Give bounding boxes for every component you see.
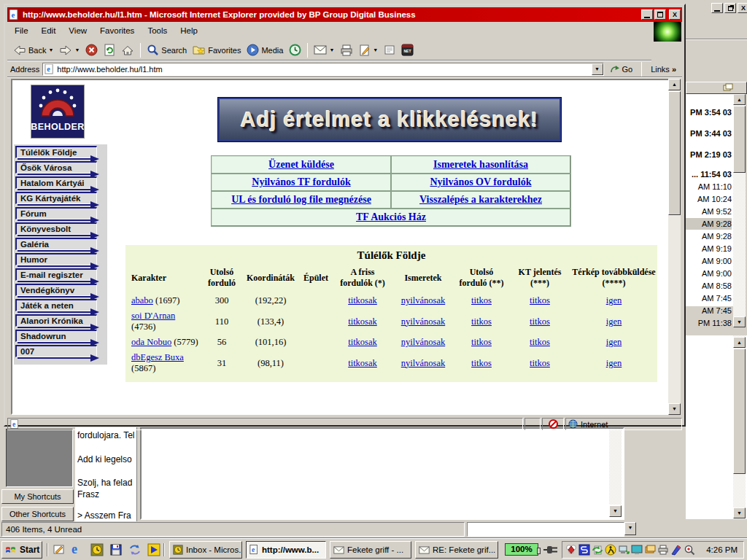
tray-pen-icon[interactable] [670,544,682,556]
character-link[interactable]: soi D'Arnan [131,311,175,321]
kt-report-link[interactable]: titkos [530,295,550,306]
last-round-link[interactable]: titkos [471,316,492,327]
quicklaunch-outlook-icon[interactable] [90,543,104,556]
mail-row[interactable]: 9:19 AM [686,243,732,254]
mail-row[interactable]: 03 3:54 PM [686,106,732,118]
mail-row[interactable]: 9:00 AM [686,255,732,267]
mail-row[interactable]: 03 2:19 PM [686,149,732,160]
address-dropdown-button[interactable]: ▼ [592,63,603,75]
last-round-link[interactable]: titkos [471,295,492,306]
tray-printer-icon[interactable] [657,544,669,556]
character-link[interactable]: ababo [131,295,153,306]
scrollbar-thumb[interactable] [668,91,681,215]
menu-help[interactable]: Help [180,26,198,35]
chevron-down-icon[interactable]: ▼ [74,47,80,52]
last-round-link[interactable]: titkos [471,337,492,347]
tray-display-icon[interactable] [631,544,643,556]
task-mail-1[interactable]: Fekete griff - ... [330,541,411,559]
scrollbar-thumb[interactable] [733,349,746,474]
kt-report-link[interactable]: titkos [530,358,550,368]
tray-folders-icon[interactable] [644,544,656,556]
home-button[interactable] [118,42,137,59]
media-button[interactable]: Media [244,42,286,59]
outlook-minimize-button[interactable] [711,3,723,13]
mail-list-header[interactable] [686,82,747,94]
mail-row[interactable]: 7:45 AM [686,305,732,316]
nav-item-007[interactable]: 007 [15,345,106,360]
fresh-rounds-link[interactable]: titkosak [348,337,377,347]
mail-row[interactable]: 03 11:54 ... [686,168,732,180]
back-button[interactable]: Back▼ [10,42,56,59]
quicklaunch-ie-icon[interactable]: e [71,542,77,557]
task-inbox[interactable]: Inbox - Micros... [169,541,242,559]
character-link[interactable]: oda Nobuo [131,337,171,347]
mail-row[interactable]: 9:52 AM [686,206,732,217]
scroll-down-icon[interactable]: ▼ [609,505,622,517]
nav-item-email-regiszter[interactable]: E-mail regiszter [15,268,106,284]
nav-item-forum[interactable]: Fórum [15,207,106,222]
mail-row-selected[interactable]: 9:28 AM [686,218,732,230]
menu-tools[interactable]: Tools [147,26,167,35]
taskbar-clock[interactable]: 4:26 PM [706,545,740,554]
tray-blue-square-icon[interactable] [578,544,590,556]
discuss-button[interactable] [381,42,398,59]
banner[interactable]: Adj értelmet a klikkelésnek! [218,98,561,141]
battery-meter[interactable]: 100% [505,543,538,556]
chevron-down-icon[interactable]: ▼ [373,47,378,52]
map-forward-link[interactable]: igen [606,316,622,327]
links-button[interactable]: Links » [648,62,679,77]
uzenet-kuldese-link[interactable]: Üzenet küldése [268,159,334,170]
ul-log-file-link[interactable]: UL és forduló log file megnézése [231,194,371,205]
scroll-down-icon[interactable]: ▼ [733,508,746,518]
start-button[interactable]: Start [1,541,42,559]
go-button[interactable]: Go [607,62,636,77]
mail-list[interactable]: 03 3:54 PM 03 3:44 PM 03 2:19 PM 03 11:5… [686,94,733,306]
tray-red-gem-icon[interactable] [565,544,577,556]
scroll-down-icon[interactable]: ▼ [624,522,636,535]
nav-item-shadowrun[interactable]: Shadowrun [15,330,106,345]
ie-minimize-button[interactable] [641,9,653,20]
mail-row[interactable]: 8:58 AM [686,280,732,292]
chevron-down-icon[interactable]: ▼ [48,47,53,52]
scroll-up-icon[interactable]: ▲ [733,337,746,348]
menu-favorites[interactable]: Favorites [100,26,134,35]
kt-report-link[interactable]: titkos [530,316,550,327]
edit-button[interactable]: ▼ [356,42,381,59]
my-shortcuts-button[interactable]: My Shortcuts [1,489,74,504]
quicklaunch-sync-icon[interactable] [128,543,142,556]
nyilvanos-ov-fordulok-link[interactable]: Nyilvános OV fordulók [430,176,532,187]
menu-file[interactable]: File [15,26,28,35]
knowledge-link[interactable]: nyilvánosak [401,316,445,327]
tray-network-icon[interactable] [618,544,630,556]
nav-item-alanori-kronika[interactable]: Alanori Krónika [15,314,106,330]
menu-view[interactable]: View [69,26,87,35]
map-forward-link[interactable]: igen [606,337,622,347]
chevron-down-icon[interactable]: ▼ [329,47,334,52]
fresh-rounds-link[interactable]: titkosak [348,358,377,368]
nav-item-osok-varosa[interactable]: Ősök Városa [15,161,106,176]
knowledge-link[interactable]: nyilvánosak [401,358,445,368]
quicklaunch-floppy-icon[interactable] [109,543,123,556]
net-button[interactable]: NET [398,42,417,59]
tray-sync-icon[interactable] [592,544,603,556]
scroll-up-icon[interactable]: ▲ [733,94,746,105]
last-round-link[interactable]: titkos [471,358,492,368]
fresh-rounds-link[interactable]: titkosak [348,295,377,306]
mail-row[interactable]: 7:45 AM [686,292,732,304]
preview-scrollbar[interactable]: ▲ ▼ [733,335,746,519]
browser-scrollbar[interactable]: ▲ ▼ [668,79,681,415]
mail-button[interactable]: ▼ [311,42,337,59]
nav-item-vendegkonyv[interactable]: Vendégkönyv [15,284,106,299]
nav-item-konyvesbolt[interactable]: Könyvesbolt [15,222,106,238]
scroll-down-icon[interactable]: ▼ [668,403,681,415]
mail-row[interactable]: 03 3:44 PM [686,128,732,139]
quicklaunch-desktop-icon[interactable] [53,543,66,556]
tray-scheduler-icon[interactable] [605,544,616,556]
nav-item-jatek-a-neten[interactable]: Játék a neten [15,299,106,314]
mail-list-scrollbar[interactable]: ▲ ▼ [733,94,746,327]
map-forward-link[interactable]: igen [606,295,622,306]
print-button[interactable] [337,42,356,59]
outlook-restore-button[interactable] [724,3,736,13]
knowledge-link[interactable]: nyilvánosak [401,337,445,347]
outlook-splitter[interactable] [686,327,747,335]
